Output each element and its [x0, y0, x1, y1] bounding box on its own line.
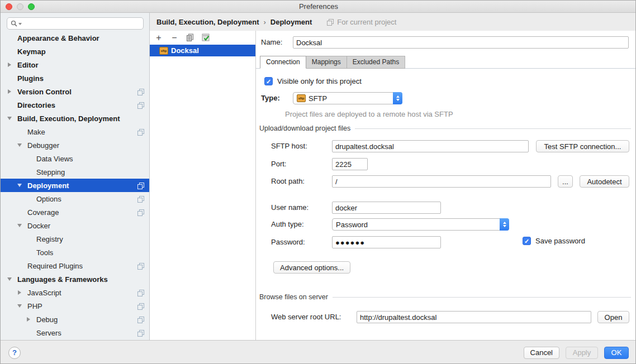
sidebar-item-deployment[interactable]: Deployment: [1, 179, 149, 192]
sidebar-item-appearance-behavior[interactable]: Appearance & Behavior: [1, 31, 149, 45]
web-root-input[interactable]: [357, 311, 591, 323]
use-as-default-check-icon: [202, 33, 210, 42]
sidebar-item-editor[interactable]: Editor: [1, 58, 149, 71]
sidebar-item-directories[interactable]: Directories: [1, 98, 149, 112]
sidebar-item-php[interactable]: PHP: [1, 299, 149, 313]
sidebar-item-coverage[interactable]: Coverage: [1, 205, 149, 219]
user-name-input[interactable]: [332, 202, 441, 214]
open-button[interactable]: Open: [597, 311, 629, 323]
sidebar-item-label: Debug: [36, 315, 58, 324]
sftp-type-icon: sftp: [297, 94, 306, 102]
sftp-server-icon: sftp: [159, 47, 168, 55]
tab-connection[interactable]: Connection: [260, 56, 306, 69]
copy-server-button[interactable]: [186, 33, 194, 42]
sidebar-item-debugger[interactable]: Debugger: [1, 138, 149, 152]
sidebar-item-debug[interactable]: Debug: [1, 313, 149, 326]
breadcrumb-page: Deployment: [270, 18, 312, 26]
sidebar-item-docker[interactable]: Docker: [1, 219, 149, 232]
test-sftp-connection-button[interactable]: Test SFTP connection...: [536, 140, 629, 152]
tree-right-arrow-icon[interactable]: [16, 290, 27, 295]
sidebar-item-keymap[interactable]: Keymap: [1, 45, 149, 58]
tree-right-arrow-icon[interactable]: [25, 317, 36, 322]
sidebar-item-label: Version Control: [17, 88, 72, 96]
tree-right-arrow-icon[interactable]: [6, 89, 17, 94]
sidebar-item-stepping[interactable]: Stepping: [1, 165, 149, 179]
tab-excluded-paths[interactable]: Excluded Paths: [347, 56, 405, 69]
remove-server-button[interactable]: −: [170, 33, 179, 42]
sidebar-item-javascript[interactable]: JavaScript: [1, 286, 149, 299]
project-level-icon: [137, 316, 144, 323]
sidebar-item-version-control[interactable]: Version Control: [1, 85, 149, 98]
visible-only-label: Visible only for this project: [277, 77, 362, 85]
sidebar-item-label: Docker: [27, 222, 50, 230]
section-divider: [333, 297, 631, 298]
sidebar-item-label: PHP: [27, 302, 42, 310]
auth-type-label: Auth type:: [271, 218, 304, 231]
help-button[interactable]: ?: [8, 347, 21, 359]
sftp-host-input[interactable]: [332, 140, 529, 152]
ok-button[interactable]: OK: [604, 347, 629, 359]
server-name-input[interactable]: [293, 36, 629, 49]
sidebar-item-plugins[interactable]: Plugins: [1, 71, 149, 85]
section-divider: [355, 128, 631, 129]
add-server-button[interactable]: +: [154, 33, 163, 42]
sidebar-item-label: Stepping: [36, 168, 65, 176]
sidebar-item-tools[interactable]: Tools: [1, 246, 149, 259]
type-help-text: Project files are deployed to a remote h…: [285, 110, 453, 118]
sidebar-item-label: Required Plugins: [27, 262, 83, 270]
visible-only-checkbox[interactable]: ✓ Visible only for this project: [264, 77, 362, 85]
cancel-button[interactable]: Cancel: [524, 347, 559, 359]
sidebar-item-build-execution-deployment[interactable]: Build, Execution, Deployment: [1, 112, 149, 125]
sidebar-item-registry[interactable]: Registry: [1, 232, 149, 246]
apply-button[interactable]: Apply: [566, 347, 598, 359]
use-as-default-button[interactable]: [201, 33, 210, 42]
sidebar-item-languages-frameworks[interactable]: Languages & Frameworks: [1, 272, 149, 286]
project-level-icon: [137, 128, 144, 136]
port-label: Port:: [271, 158, 286, 170]
type-value: SFTP: [308, 94, 327, 103]
port-input[interactable]: [332, 158, 368, 170]
checkbox-check-icon: ✓: [523, 237, 531, 245]
project-level-icon: [137, 303, 144, 310]
breadcrumb-section[interactable]: Build, Execution, Deployment: [156, 18, 259, 26]
sidebar-item-required-plugins[interactable]: Required Plugins: [1, 259, 149, 272]
titlebar: Preferences: [1, 1, 636, 13]
upload-section-title: Upload/download project files: [259, 124, 350, 132]
root-path-input[interactable]: [332, 175, 551, 188]
type-dropdown[interactable]: sftp SFTP: [293, 92, 402, 104]
sidebar-item-label: Data Views: [36, 155, 73, 163]
search-icon: [11, 20, 17, 27]
save-password-checkbox[interactable]: ✓ Save password: [523, 237, 585, 245]
tree-down-arrow-icon[interactable]: [6, 277, 17, 281]
sidebar-item-options[interactable]: Options: [1, 192, 149, 205]
project-level-icon: [137, 262, 144, 270]
checkbox-check-icon: ✓: [264, 77, 273, 85]
tree-down-arrow-icon[interactable]: [16, 143, 27, 147]
advanced-options-button[interactable]: Advanced options...: [273, 261, 350, 274]
sidebar-item-servers[interactable]: Servers: [1, 326, 149, 339]
sidebar-item-label: Options: [36, 195, 61, 203]
tree-right-arrow-icon[interactable]: [6, 63, 17, 67]
tree-down-arrow-icon[interactable]: [16, 304, 27, 308]
browse-root-path-button[interactable]: ...: [558, 175, 573, 188]
auth-type-dropdown[interactable]: Password: [332, 218, 509, 231]
breadcrumb-strip: Build, Execution, Deployment › Deploymen…: [150, 13, 636, 31]
sidebar-item-label: Registry: [36, 235, 63, 243]
server-list: sftpDocksal: [150, 45, 255, 56]
password-input[interactable]: [332, 236, 441, 248]
for-current-project-badge: For current project: [326, 18, 396, 26]
sidebar-item-label: Tools: [36, 248, 53, 257]
sidebar-item-label: Servers: [36, 329, 61, 337]
settings-search-input[interactable]: [7, 17, 144, 30]
project-level-icon: [137, 329, 144, 337]
server-item-docksal[interactable]: sftpDocksal: [150, 45, 255, 56]
auth-type-value: Password: [336, 221, 368, 229]
tab-mappings[interactable]: Mappings: [306, 56, 347, 69]
tree-down-arrow-icon[interactable]: [16, 184, 27, 187]
window-title: Preferences: [1, 1, 636, 13]
tree-down-arrow-icon[interactable]: [6, 117, 17, 120]
tree-down-arrow-icon[interactable]: [16, 224, 27, 227]
sidebar-item-make[interactable]: Make: [1, 125, 149, 138]
sidebar-item-data-views[interactable]: Data Views: [1, 152, 149, 165]
autodetect-button[interactable]: Autodetect: [580, 175, 629, 188]
